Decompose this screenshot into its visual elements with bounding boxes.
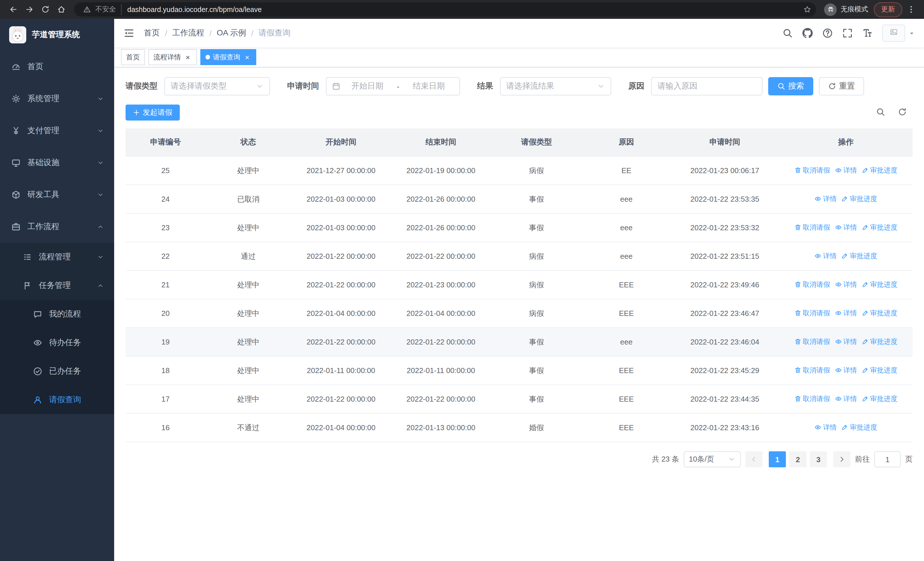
app-logo[interactable]: 芋道管理系统 xyxy=(0,19,114,51)
detail-link[interactable]: 详情 xyxy=(835,223,857,233)
leave-type-select[interactable]: 请选择请假类型 xyxy=(164,77,270,95)
url-bar[interactable]: 不安全 dashboard.yudao.iocoder.cn/bpm/oa/le… xyxy=(74,2,816,17)
cell-leave-type: 事假 xyxy=(491,385,582,413)
page-size-select[interactable]: 10条/页 xyxy=(684,451,741,467)
cancel-link[interactable]: 取消请假 xyxy=(794,308,830,318)
progress-link[interactable]: 审批进度 xyxy=(861,280,897,290)
action-label: 审批进度 xyxy=(870,280,897,290)
cancel-link[interactable]: 取消请假 xyxy=(794,394,830,404)
detail-link[interactable]: 详情 xyxy=(835,365,857,375)
user-avatar-menu[interactable] xyxy=(882,24,915,42)
breadcrumb-item[interactable]: 首页 xyxy=(144,28,160,38)
sidebar-item-dev-tools[interactable]: 研发工具 xyxy=(0,179,114,211)
detail-link[interactable]: 详情 xyxy=(814,194,837,204)
detail-link[interactable]: 详情 xyxy=(814,251,837,261)
breadcrumb-item[interactable]: 工作流程 xyxy=(172,28,204,38)
sidebar-item-leave-query[interactable]: 请假查询 xyxy=(0,386,114,414)
breadcrumb-item: 请假查询 xyxy=(258,28,291,38)
github-icon[interactable] xyxy=(802,28,813,38)
cancel-link[interactable]: 取消请假 xyxy=(794,165,830,175)
progress-link[interactable]: 审批进度 xyxy=(861,223,897,233)
toggle-search-icon[interactable] xyxy=(876,107,886,118)
refresh-table-icon[interactable] xyxy=(898,107,908,118)
progress-link[interactable]: 审批进度 xyxy=(841,423,877,432)
cell-apply-id: 17 xyxy=(126,385,206,413)
browser-menu-icon[interactable] xyxy=(903,2,918,17)
back-icon[interactable] xyxy=(6,2,21,17)
detail-link[interactable]: 详情 xyxy=(814,423,837,432)
sidebar-item-my-process[interactable]: 我的流程 xyxy=(0,300,114,328)
progress-link[interactable]: 审批进度 xyxy=(861,165,897,175)
sidebar-item-workflow[interactable]: 工作流程 xyxy=(0,211,114,243)
search-button[interactable]: 搜索 xyxy=(768,77,813,95)
fullscreen-icon[interactable] xyxy=(842,28,853,38)
bookmark-star-icon[interactable] xyxy=(801,4,813,15)
detail-link[interactable]: 详情 xyxy=(835,280,857,290)
tabs-bar: 首页流程详情×请假查询× xyxy=(114,47,924,68)
cell-start-time: 2021-12-27 00:00:00 xyxy=(291,156,391,185)
sidebar-item-process-management[interactable]: 流程管理 xyxy=(0,243,114,271)
action-label: 审批进度 xyxy=(870,394,897,404)
detail-link[interactable]: 详情 xyxy=(835,394,857,404)
cell-apply-time: 2022-01-22 23:53:32 xyxy=(670,214,779,242)
sidebar-item-home[interactable]: 首页 xyxy=(0,51,114,83)
check-circle-icon xyxy=(33,367,42,376)
chat-icon xyxy=(33,310,42,319)
progress-link[interactable]: 审批进度 xyxy=(841,194,877,204)
progress-link[interactable]: 审批进度 xyxy=(861,394,897,404)
cell-status: 处理中 xyxy=(206,156,291,185)
sidebar-item-todo-task[interactable]: 待办任务 xyxy=(0,328,114,357)
page-size-value: 10条/页 xyxy=(689,454,728,465)
sidebar-item-system-management[interactable]: 系统管理 xyxy=(0,83,114,115)
detail-link[interactable]: 详情 xyxy=(835,308,857,318)
sidebar-item-payment-management[interactable]: 支付管理 xyxy=(0,115,114,147)
page-number-3[interactable]: 3 xyxy=(810,451,827,467)
cube-icon xyxy=(11,190,21,199)
breadcrumb-item[interactable]: OA 示例 xyxy=(217,28,246,38)
security-indicator[interactable]: 不安全 xyxy=(81,4,122,15)
edit-icon xyxy=(841,424,848,431)
tab-close-icon[interactable]: × xyxy=(243,53,251,61)
progress-link[interactable]: 审批进度 xyxy=(841,251,877,261)
sidebar-collapse-icon[interactable] xyxy=(123,27,135,39)
page-number-2[interactable]: 2 xyxy=(789,451,806,467)
tab-leave-query[interactable]: 请假查询× xyxy=(200,49,256,65)
header-search-icon[interactable] xyxy=(783,28,793,38)
next-page-button[interactable] xyxy=(833,451,850,467)
help-icon[interactable] xyxy=(822,28,832,38)
forward-icon[interactable] xyxy=(22,2,36,17)
cancel-link[interactable]: 取消请假 xyxy=(794,280,830,290)
reload-icon[interactable] xyxy=(38,2,52,17)
tab-home[interactable]: 首页 xyxy=(121,49,145,65)
reason-input[interactable]: 请输入原因 xyxy=(651,77,762,95)
detail-link[interactable]: 详情 xyxy=(835,165,857,175)
progress-link[interactable]: 审批进度 xyxy=(861,365,897,375)
detail-link[interactable]: 详情 xyxy=(835,337,857,347)
tab-label: 流程详情 xyxy=(153,52,181,62)
goto-page-input[interactable] xyxy=(874,451,901,467)
sidebar-item-done-task[interactable]: 已办任务 xyxy=(0,357,114,386)
sidebar-item-task-management[interactable]: 任务管理 xyxy=(0,271,114,300)
result-select[interactable]: 请选择流结果 xyxy=(500,77,611,95)
result-placeholder: 请选择流结果 xyxy=(506,81,597,92)
progress-link[interactable]: 审批进度 xyxy=(861,308,897,318)
cancel-link[interactable]: 取消请假 xyxy=(794,365,830,375)
font-size-icon[interactable] xyxy=(862,28,873,38)
table-column-header: 操作 xyxy=(779,129,913,156)
home-icon[interactable] xyxy=(54,2,69,17)
cancel-link[interactable]: 取消请假 xyxy=(794,337,830,347)
apply-time-range-picker[interactable]: 开始日期 - 结束日期 xyxy=(326,77,460,95)
page-number-1[interactable]: 1 xyxy=(769,451,786,467)
progress-link[interactable]: 审批进度 xyxy=(861,337,897,347)
update-button[interactable]: 更新 xyxy=(874,2,902,17)
update-label: 更新 xyxy=(881,5,895,14)
prev-page-button[interactable] xyxy=(746,451,762,467)
create-leave-button[interactable]: 发起请假 xyxy=(126,105,180,120)
cancel-link[interactable]: 取消请假 xyxy=(794,223,830,233)
sidebar-item-infrastructure[interactable]: 基础设施 xyxy=(0,147,114,179)
tab-close-icon[interactable]: × xyxy=(184,53,192,61)
reset-button[interactable]: 重置 xyxy=(819,77,864,95)
table-column-header: 原因 xyxy=(582,129,670,156)
tab-process-detail[interactable]: 流程详情× xyxy=(148,49,197,65)
table-row: 22通过2022-01-22 00:00:002022-01-22 00:00:… xyxy=(126,242,913,271)
